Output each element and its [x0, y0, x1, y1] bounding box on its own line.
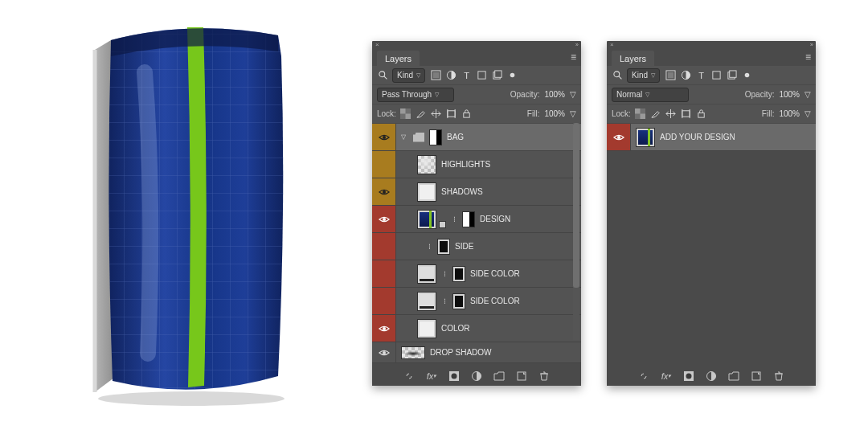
new-adjust-icon[interactable] — [471, 370, 482, 382]
filter-toggle-dot[interactable] — [506, 69, 518, 81]
filter-smartobject-icon[interactable] — [726, 69, 738, 81]
panel-close-icon[interactable]: × — [610, 41, 614, 48]
layer-row-design[interactable]: ⁞ DESIGN — [372, 206, 581, 233]
new-group-icon[interactable] — [728, 370, 739, 382]
layer-name[interactable]: DESIGN — [480, 215, 510, 223]
add-mask-icon[interactable] — [683, 370, 694, 382]
lock-brush-icon[interactable] — [415, 108, 427, 120]
layer-row-add-your-design[interactable]: ADD YOUR DESIGN — [607, 124, 816, 151]
layer-visibility-toggle[interactable] — [372, 124, 396, 150]
filter-shape-icon[interactable] — [710, 69, 723, 81]
link-icon[interactable]: ⁞ — [441, 293, 448, 309]
layer-visibility-toggle[interactable] — [372, 151, 396, 178]
layer-mask-thumb[interactable] — [429, 129, 442, 145]
filter-kind-dropdown[interactable]: Kind ▽ — [392, 68, 425, 83]
layer-visibility-toggle[interactable] — [372, 342, 396, 362]
panel-collapse-icon[interactable]: ›› — [810, 41, 813, 48]
layer-row-bag[interactable]: ▽ BAG — [372, 124, 581, 151]
filter-toggle-dot[interactable] — [741, 69, 753, 81]
layer-name[interactable]: ADD YOUR DESIGN — [660, 133, 735, 141]
layer-name[interactable]: SIDE COLOR — [470, 297, 520, 305]
layer-mask-thumb[interactable] — [452, 266, 465, 282]
panel-close-icon[interactable]: × — [375, 41, 379, 48]
layer-thumb[interactable] — [417, 155, 436, 174]
layer-thumb[interactable] — [417, 182, 436, 202]
panel-drag-bar[interactable]: × ›› — [372, 41, 581, 48]
panel-menu-icon[interactable]: ≡ — [571, 51, 576, 63]
chevron-down-icon[interactable]: ▽ — [805, 90, 811, 99]
layer-mask-thumb[interactable] — [462, 211, 475, 227]
layers-tab[interactable]: Layers — [377, 51, 420, 66]
chevron-down-icon[interactable]: ▽ — [570, 90, 576, 99]
add-mask-icon[interactable] — [448, 370, 460, 382]
blend-mode-dropdown[interactable]: Normal ▽ — [612, 88, 689, 102]
layer-row-color[interactable]: COLOR — [372, 315, 581, 342]
layer-name[interactable]: HIGHLIGHTS — [441, 160, 490, 169]
layer-visibility-toggle[interactable] — [372, 315, 396, 342]
filter-adjust-icon[interactable] — [445, 69, 457, 81]
opacity-value[interactable]: 100% — [777, 88, 801, 101]
lock-artboard-icon[interactable] — [680, 108, 692, 120]
layer-thumb[interactable] — [417, 319, 436, 338]
layer-row-sidecolor1[interactable]: ⁞ SIDE COLOR — [372, 260, 581, 288]
layer-name[interactable]: SIDE — [455, 242, 473, 251]
lock-transparency-icon[interactable] — [634, 108, 646, 120]
lock-transparency-icon[interactable] — [399, 108, 411, 120]
lock-position-icon[interactable] — [430, 108, 442, 120]
layer-mask-thumb[interactable] — [452, 293, 465, 309]
layer-thumb[interactable] — [417, 264, 436, 284]
opacity-value[interactable]: 100% — [542, 88, 567, 101]
layer-thumb[interactable] — [401, 346, 425, 359]
filter-pixel-icon[interactable] — [665, 69, 677, 81]
layer-name[interactable]: SHADOWS — [441, 187, 483, 196]
layer-row-highlights[interactable]: HIGHLIGHTS — [372, 151, 581, 178]
lock-brush-icon[interactable] — [649, 108, 661, 120]
link-icon[interactable]: ⁞ — [451, 211, 457, 227]
fill-value[interactable]: 100% — [777, 108, 801, 121]
layer-name[interactable]: DROP SHADOW — [430, 348, 492, 357]
layer-row-side[interactable]: ⁞ SIDE — [372, 233, 581, 260]
lock-all-icon[interactable] — [461, 108, 473, 120]
filter-type-icon[interactable]: T — [695, 69, 707, 81]
layer-visibility-toggle[interactable] — [607, 124, 631, 150]
layer-row-shadows[interactable]: SHADOWS — [372, 178, 581, 206]
disclosure-down-icon[interactable]: ▽ — [401, 133, 408, 141]
link-layers-icon[interactable] — [403, 370, 415, 382]
link-icon[interactable]: ⁞ — [441, 266, 448, 282]
filter-adjust-icon[interactable] — [680, 69, 692, 81]
layer-thumb[interactable] — [636, 128, 655, 147]
panel-drag-bar[interactable]: × ›› — [607, 41, 816, 48]
link-layers-icon[interactable] — [638, 370, 649, 382]
lock-artboard-icon[interactable] — [445, 108, 457, 120]
layer-row-sidecolor2[interactable]: ⁞ SIDE COLOR — [372, 288, 581, 315]
fx-icon[interactable]: fx▾ — [426, 370, 437, 382]
layers-scrollbar[interactable] — [573, 123, 579, 340]
new-adjust-icon[interactable] — [706, 370, 717, 382]
filter-smartobject-icon[interactable] — [491, 69, 503, 81]
layer-mask-thumb[interactable] — [437, 239, 450, 255]
layer-name[interactable]: COLOR — [441, 324, 470, 333]
filter-shape-icon[interactable] — [476, 69, 488, 81]
layer-row-dropshadow[interactable]: DROP SHADOW — [372, 342, 581, 363]
layer-name[interactable]: BAG — [447, 133, 464, 141]
new-layer-icon[interactable] — [516, 370, 527, 382]
fx-icon[interactable]: fx▾ — [661, 370, 672, 382]
chevron-down-icon[interactable]: ▽ — [805, 109, 811, 118]
layer-thumb[interactable] — [417, 210, 436, 229]
layer-visibility-toggle[interactable] — [372, 288, 396, 314]
layer-visibility-toggle[interactable] — [372, 233, 396, 260]
filter-kind-dropdown[interactable]: Kind ▽ — [627, 68, 660, 83]
layers-tab[interactable]: Layers — [612, 51, 654, 66]
layer-thumb[interactable] — [417, 292, 436, 311]
layer-visibility-toggle[interactable] — [372, 260, 396, 287]
new-layer-icon[interactable] — [751, 370, 762, 382]
blend-mode-dropdown[interactable]: Pass Through ▽ — [377, 88, 454, 102]
search-icon[interactable] — [612, 69, 624, 81]
lock-all-icon[interactable] — [695, 108, 707, 120]
panel-collapse-icon[interactable]: ›› — [575, 41, 578, 48]
layer-visibility-toggle[interactable] — [372, 178, 396, 205]
filter-pixel-icon[interactable] — [430, 69, 442, 81]
filter-type-icon[interactable]: T — [461, 69, 473, 81]
lock-position-icon[interactable] — [665, 108, 677, 120]
fill-value[interactable]: 100% — [542, 108, 567, 121]
